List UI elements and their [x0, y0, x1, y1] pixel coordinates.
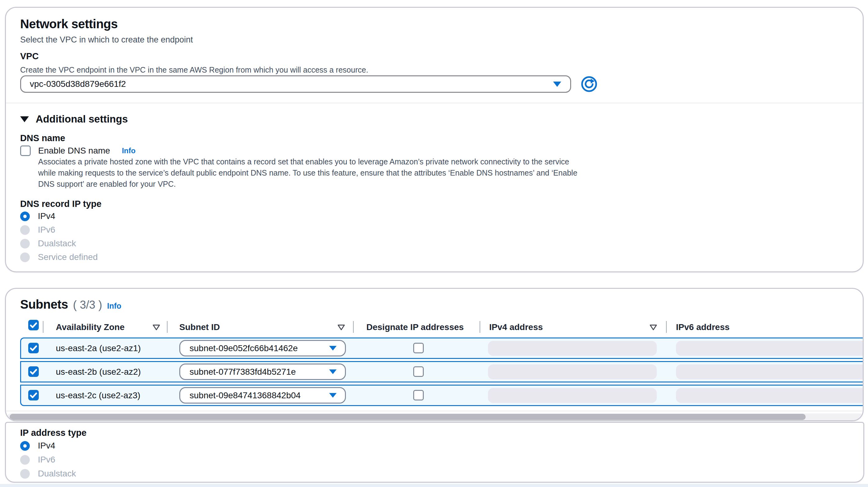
radio-disabled-icon — [20, 469, 30, 479]
check-icon — [28, 320, 39, 330]
dns-name-label: DNS name — [20, 133, 65, 143]
radio-selected-icon — [20, 441, 30, 451]
radio-disabled-icon — [20, 252, 30, 262]
vpc-description: Create the VPC endpoint in the VPC in th… — [20, 64, 368, 75]
availability-zone-cell: us-east-2a (use2-az1) — [56, 338, 141, 358]
filter-triangle-icon[interactable] — [649, 324, 657, 331]
subnets-count: ( 3/3 ) — [73, 298, 102, 311]
column-header-subnet-id: Subnet ID — [179, 322, 220, 332]
enable-dns-checkbox-label: Enable DNS name — [38, 146, 110, 156]
designate-ip-checkbox[interactable] — [413, 343, 424, 353]
row-checkbox[interactable] — [28, 343, 39, 353]
select-all-checkbox[interactable] — [28, 320, 39, 330]
ip-address-type-label: IP address type — [20, 428, 87, 438]
vpc-endpoint-network-settings-page: Network settings Select the VPC in which… — [0, 0, 868, 487]
column-header-ipv4-address: IPv4 address — [489, 322, 543, 332]
check-icon — [28, 343, 39, 353]
check-icon — [28, 366, 39, 377]
enable-dns-description: Associates a private hosted zone with th… — [38, 156, 578, 189]
radio-selected-icon — [20, 212, 30, 221]
column-separator — [43, 321, 43, 333]
table-row[interactable]: us-east-2a (use2-az1) subnet-09e052fc66b… — [20, 337, 864, 359]
column-header-ipv6-address: IPv6 address — [676, 322, 730, 332]
table-bottom-divider — [6, 411, 863, 411]
check-icon — [28, 390, 39, 400]
network-settings-card: Network settings Select the VPC in which… — [5, 7, 864, 272]
dns-record-ip-type-label: DNS record IP type — [20, 199, 101, 209]
subnet-select[interactable]: subnet-09e84741368842b04 — [179, 387, 346, 403]
subnet-select-value: subnet-09e84741368842b04 — [180, 391, 329, 400]
dns-ip-radio-service-defined: Service defined — [20, 252, 98, 262]
chevron-down-icon — [329, 369, 337, 374]
chevron-down-icon — [553, 81, 561, 87]
ip-type-radio-ipv4[interactable]: IPv4 — [20, 441, 55, 451]
subnet-select[interactable]: subnet-077f7383fd4b5271e — [179, 364, 346, 380]
table-row[interactable]: us-east-2c (use2-az3) subnet-09e84741368… — [20, 385, 864, 406]
column-header-designate-ip: Designate IP addresses — [366, 322, 464, 332]
network-settings-subtitle: Select the VPC in which to create the en… — [20, 35, 193, 45]
ipv4-address-field-disabled — [488, 364, 657, 379]
designate-ip-checkbox[interactable] — [413, 366, 424, 377]
dns-ip-radio-ipv4[interactable]: IPv4 — [20, 211, 55, 221]
ip-address-type-card: IP address type IPv4 IPv6 Dualstack — [5, 422, 864, 483]
column-separator — [666, 321, 666, 333]
horizontal-scrollbar-track[interactable] — [7, 414, 863, 420]
vpc-label: VPC — [20, 51, 39, 61]
caret-down-icon — [20, 116, 29, 122]
subnet-select[interactable]: subnet-09e052fc66b41462e — [179, 340, 346, 357]
radio-disabled-icon — [20, 455, 30, 465]
chevron-down-icon — [329, 345, 337, 351]
page-bottom-strip — [0, 484, 868, 487]
column-separator — [479, 321, 480, 333]
network-settings-title: Network settings — [20, 17, 118, 31]
ipv6-address-field-disabled — [676, 341, 864, 356]
dns-ip-radio-ipv6: IPv6 — [20, 225, 55, 235]
chevron-down-icon — [329, 393, 337, 398]
row-checkbox[interactable] — [28, 366, 39, 377]
subnets-info-link[interactable]: Info — [107, 302, 121, 310]
radio-disabled-icon — [20, 239, 30, 248]
ipv6-address-field-disabled — [676, 388, 864, 403]
availability-zone-cell: us-east-2b (use2-az2) — [56, 362, 141, 382]
ipv6-address-field-disabled — [676, 364, 864, 379]
ip-type-radio-ipv6: IPv6 — [20, 455, 55, 465]
availability-zone-cell: us-east-2c (use2-az3) — [56, 386, 140, 405]
subnet-select-value: subnet-077f7383fd4b5271e — [180, 367, 329, 377]
subnets-card: Subnets ( 3/3 ) Info Availability Zone S… — [5, 288, 864, 421]
additional-settings-label: Additional settings — [36, 113, 128, 125]
enable-dns-checkbox[interactable] — [20, 146, 31, 156]
refresh-button[interactable] — [581, 75, 598, 93]
radio-disabled-icon — [20, 225, 30, 235]
subnet-select-value: subnet-09e052fc66b41462e — [180, 343, 329, 353]
horizontal-scrollbar-thumb[interactable] — [10, 414, 806, 420]
filter-triangle-icon[interactable] — [152, 324, 160, 331]
dns-ip-radio-dualstack: Dualstack — [20, 239, 76, 248]
ipv4-address-field-disabled — [488, 388, 657, 403]
refresh-icon — [581, 75, 598, 93]
section-divider — [6, 103, 863, 103]
vpc-select-value: vpc-0305d38d879e661f2 — [21, 79, 553, 89]
row-checkbox[interactable] — [28, 390, 39, 400]
filter-triangle-icon[interactable] — [337, 324, 345, 331]
vpc-select[interactable]: vpc-0305d38d879e661f2 — [20, 75, 571, 93]
additional-settings-toggle[interactable]: Additional settings — [20, 113, 128, 125]
column-header-availability-zone: Availability Zone — [56, 322, 124, 332]
column-separator — [353, 321, 354, 333]
subnets-title: Subnets — [20, 298, 68, 311]
enable-dns-info-link[interactable]: Info — [122, 146, 135, 155]
ipv4-address-field-disabled — [488, 341, 657, 356]
table-row[interactable]: us-east-2b (use2-az2) subnet-077f7383fd4… — [20, 361, 864, 383]
designate-ip-checkbox[interactable] — [413, 390, 424, 400]
column-separator — [167, 321, 167, 333]
ip-type-radio-dualstack: Dualstack — [20, 469, 76, 479]
